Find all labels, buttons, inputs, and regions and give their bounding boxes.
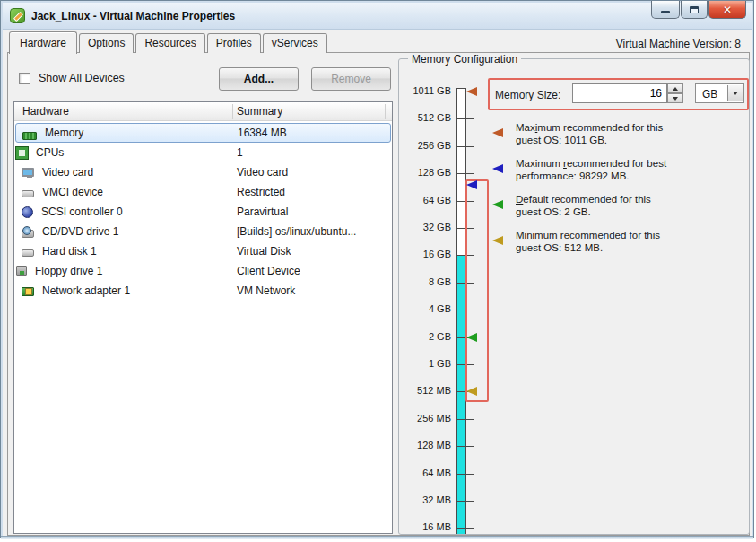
memory-size-label: Memory Size: — [495, 89, 560, 101]
note-line2: guest OS: 2 GB. — [516, 205, 747, 218]
maximum-guest-os-legend-icon — [492, 128, 503, 137]
scale-label: 32 MB — [397, 494, 451, 505]
spin-up-button[interactable] — [667, 83, 683, 93]
video-card-icon — [22, 168, 34, 177]
memory-slider-fill — [457, 255, 465, 534]
add-button[interactable]: Add... — [219, 67, 299, 91]
maximum-best-performance-marker — [466, 180, 477, 189]
hardware-rows: Memory 16384 MB CPUs 1 Video card Video … — [15, 123, 391, 301]
scale-label: 2 GB — [397, 331, 451, 342]
maximize-icon — [690, 6, 699, 13]
remove-button[interactable]: Remove — [311, 67, 391, 91]
scale-label: 32 GB — [397, 222, 451, 232]
note-line1: Maximum recommended for best — [516, 157, 747, 170]
tab-resources[interactable]: Resources — [135, 33, 204, 53]
close-button[interactable]: ✕ — [708, 1, 746, 19]
tab-hardware[interactable]: Hardware — [9, 31, 77, 54]
scale-label: 256 MB — [397, 413, 451, 424]
scale-label: 4 GB — [397, 303, 451, 314]
scale-label: 256 GB — [397, 140, 451, 151]
tick-mark — [456, 118, 474, 119]
tick-mark — [456, 446, 474, 447]
tick-mark — [456, 146, 474, 147]
note-line1: Default recommended for this — [516, 193, 747, 205]
memory-unit-value: GB — [702, 88, 717, 101]
titlebar[interactable]: Jack_Linux - Virtual Machine Properties — [3, 3, 752, 30]
vm-properties-window: Jack_Linux - Virtual Machine Properties … — [0, 0, 754, 538]
hardware-list-header: Hardware Summary — [14, 102, 392, 121]
column-header-summary[interactable]: Summary — [237, 105, 282, 118]
device-summary: 1 — [237, 146, 243, 159]
minimize-button[interactable] — [651, 1, 680, 19]
device-summary: Video card — [237, 166, 288, 179]
device-row-hard-disk[interactable]: Hard disk 1 Virtual Disk — [15, 241, 391, 261]
floppy-drive-icon — [16, 266, 27, 276]
device-row-video-card[interactable]: Video card Video card — [15, 162, 391, 182]
scale-label: 512 MB — [397, 385, 451, 396]
column-separator[interactable] — [232, 104, 233, 119]
show-all-devices-row: Show All Devices — [19, 72, 125, 84]
column-separator[interactable] — [385, 104, 386, 119]
minimize-icon — [661, 11, 670, 13]
default-recommended-marker — [466, 333, 477, 342]
device-row-cddvd-drive[interactable]: CD/DVD drive 1 [Builds] os/linux/ubuntu.… — [15, 222, 391, 241]
device-name: Network adapter 1 — [42, 284, 130, 297]
cpu-icon — [16, 147, 28, 159]
scale-label: 64 GB — [397, 195, 451, 205]
vm-version-label: Virtual Machine Version: 8 — [616, 38, 741, 50]
tab-vservices[interactable]: vServices — [263, 33, 327, 53]
scale-label: 64 MB — [397, 468, 451, 478]
tab-profiles[interactable]: Profiles — [207, 33, 261, 53]
maximize-button[interactable] — [681, 1, 708, 19]
hard-disk-icon — [22, 249, 34, 257]
minimum-recommended-marker — [466, 387, 477, 396]
column-header-hardware[interactable]: Hardware — [22, 105, 69, 118]
vm-app-icon — [10, 8, 25, 23]
device-row-vmci-device[interactable]: VMCI device Restricted — [15, 182, 391, 202]
hardware-list: Hardware Summary Memory 16384 MB CPUs 1 … — [13, 101, 393, 534]
note-line2: performance: 98292 MB. — [516, 170, 747, 182]
device-row-network-adapter[interactable]: Network adapter 1 VM Network — [15, 281, 391, 301]
tick-mark — [456, 501, 474, 502]
close-icon: ✕ — [723, 2, 732, 18]
note-minimum-recommended: Minimum recommended for this guest OS: 5… — [516, 229, 747, 254]
window-title: Jack_Linux - Virtual Machine Properties — [31, 10, 235, 22]
device-name: Video card — [42, 166, 93, 179]
memory-size-spinner — [667, 83, 683, 103]
scale-label: 8 GB — [397, 276, 451, 287]
device-row-cpus[interactable]: CPUs 1 — [15, 143, 391, 162]
device-row-floppy-drive[interactable]: Floppy drive 1 Client Device — [15, 261, 391, 281]
note-line1: Maximum recommended for this — [516, 121, 747, 134]
tab-bar: Hardware Options Resources Profiles vSer… — [9, 32, 329, 53]
show-all-devices-label: Show All Devices — [39, 72, 125, 84]
memory-size-field — [572, 83, 667, 103]
note-line2: guest OS: 512 MB. — [516, 241, 747, 254]
spin-down-button[interactable] — [667, 93, 683, 103]
memory-size-input[interactable] — [573, 84, 666, 102]
device-summary: Paravirtual — [237, 205, 288, 218]
memory-configuration-label: Memory Configuration — [408, 53, 521, 66]
dropdown-button[interactable] — [727, 85, 743, 101]
note-maximum-best-performance: Maximum recommended for best performance… — [516, 157, 747, 182]
chevron-down-icon — [733, 92, 738, 95]
device-name: VMCI device — [42, 186, 103, 198]
device-summary: 16384 MB — [238, 127, 287, 139]
spin-up-icon — [673, 87, 678, 91]
scsi-controller-icon — [22, 206, 33, 218]
default-recommended-legend-icon — [492, 200, 503, 209]
tab-options[interactable]: Options — [79, 33, 134, 53]
device-summary: [Builds] os/linux/ubuntu... — [237, 225, 356, 238]
tick-mark — [456, 173, 474, 174]
device-name: Hard disk 1 — [42, 245, 97, 258]
device-name: CPUs — [36, 146, 64, 159]
memory-unit-dropdown[interactable]: GB — [695, 83, 744, 103]
device-name: CD/DVD drive 1 — [42, 225, 118, 238]
device-row-memory[interactable]: Memory 16384 MB — [15, 123, 391, 143]
note-default-recommended: Default recommended for this guest OS: 2… — [516, 193, 747, 218]
show-all-devices-checkbox[interactable] — [19, 73, 30, 84]
tick-mark — [456, 419, 474, 420]
minimum-recommended-legend-icon — [492, 236, 503, 245]
note-line2: guest OS: 1011 GB. — [516, 134, 747, 146]
window-bottom-edge — [1, 536, 753, 539]
device-row-scsi-controller[interactable]: SCSI controller 0 Paravirtual — [15, 202, 391, 222]
